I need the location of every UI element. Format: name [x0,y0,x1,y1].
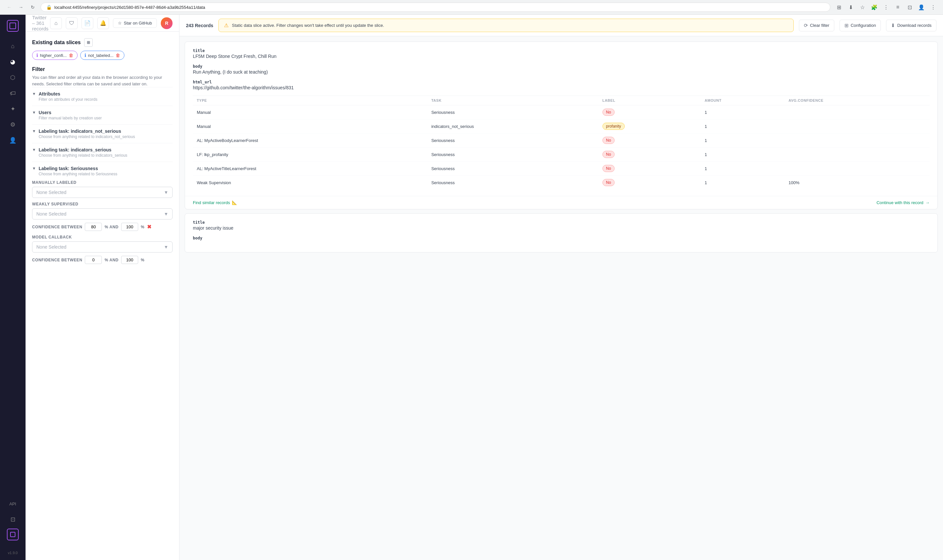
clear-filter-button[interactable]: ⟳ Clear filter [799,20,834,31]
attributes-caret: ▼ [32,92,36,96]
users-section: ▼ Users Filter manual labels by creation… [32,106,173,124]
doc-icon-btn[interactable]: 📄 [82,17,93,29]
col-avg-confidence: AVG.CONFIDENCE [784,96,929,105]
shield-icon-btn[interactable]: 🛡 [66,17,77,29]
row-type: AL: MyActiveTitleLearnerForest [193,162,427,175]
nav-tag[interactable]: 🏷 [6,87,19,100]
back-button[interactable]: ← [5,3,13,11]
nav-cursor[interactable]: ⊡ [6,513,19,526]
slice-delete-icon[interactable]: 🗑 [69,53,73,58]
main-header: 243 Records ⚠ Static data slice active. … [179,15,943,36]
alert-banner: ⚠ Static data slice active. Filter chang… [218,18,793,32]
attributes-sub: Filter on attributes of your records [32,97,173,102]
indicators-serious-header[interactable]: ▼ Labeling task: indicators_serious [32,147,173,152]
field-name-title: title [193,48,929,53]
topbar: Twitter – 361 records ⌂ 🛡 📄 🔔 ☆ Star on … [26,15,179,32]
nav-sparkle[interactable]: ✦ [6,102,19,115]
extensions-icon[interactable]: 🧩 [870,3,879,12]
row-task: Seriousness [427,175,599,190]
nav-user[interactable]: 👤 [6,134,19,147]
indicators-serious-sub: Choose from anything related to indicato… [32,153,173,158]
row-amount: 1 [701,175,784,190]
record-body-1: title LF5M Deep Stone Crypt Fresh, Chill… [185,42,937,196]
confidence-pct-label: % [141,225,144,229]
home-icon-btn[interactable]: ⌂ [50,17,62,29]
find-similar-button-1[interactable]: Find similar records 📐 [193,200,237,205]
manually-labeled-dropdown-wrapper: None Selected ▼ [32,187,173,198]
confidence2-label: CONFIDENCE BETWEEN [32,258,82,262]
table-row: AL: MyActiveBodyLearnerForest Seriousnes… [193,134,929,148]
profile-menu-icon[interactable]: ⋮ [881,3,891,12]
user-avatar[interactable]: 👤 [917,3,926,12]
confidence-from-input[interactable] [85,223,102,231]
filter-title: Filter [32,66,173,72]
field2-name-title: title [193,220,929,225]
download-records-button[interactable]: ⬇ Download records [886,20,937,31]
nav-shapes[interactable]: ⬡ [6,71,19,84]
model-callback-arrow: ▼ [164,245,168,249]
topbar-actions: ⌂ 🛡 📄 🔔 ☆ Star on GitHub R [50,17,173,29]
continue-button-1[interactable]: Continue with this record → [877,200,929,205]
record-card-1: title LF5M Deep Stone Crypt Fresh, Chill… [185,42,938,209]
nav-terminal[interactable]: API [6,497,19,510]
download-icon[interactable]: ⬇ [846,3,855,12]
star-label: Star on GitHub [124,21,152,26]
indicators-serious-label: Labeling task: indicators_serious [39,147,112,152]
slice-chip-label: higher_confi... [40,53,67,58]
attributes-header[interactable]: ▼ Attributes [32,91,173,97]
user-avatar-topbar[interactable]: R [161,17,173,29]
record-footer-1: Find similar records 📐 Continue with thi… [185,196,937,209]
nav-settings[interactable]: ⚙ [6,118,19,131]
manually-labeled-dropdown[interactable]: None Selected ▼ [32,187,173,198]
forward-button[interactable]: → [17,3,25,11]
configuration-button[interactable]: ⊞ Configuration [840,20,881,31]
more-icon[interactable]: ⋮ [929,3,938,12]
bookmark-icon[interactable]: ☆ [858,3,867,12]
weakly-supervised-label: Weakly supervised [32,202,173,206]
row-amount: 1 [701,148,784,162]
col-task: TASK [427,96,599,105]
row-type: AL: MyActiveBodyLearnerForest [193,134,427,148]
translate-icon[interactable]: ⊞ [834,3,843,12]
seriousness-label: Labeling task: Seriousness [39,166,98,171]
topbar-separator: – [32,20,36,26]
nav-square-icon[interactable] [7,529,19,540]
table-row: Weak Supervision Seriousness No 1 100% [193,175,929,190]
confidence-and-label: % AND [105,225,119,229]
manually-labeled-value: None Selected [36,190,66,195]
bell-icon-btn[interactable]: 🔔 [97,17,109,29]
indicators-not-serious-header[interactable]: ▼ Labeling task: indicators_not_serious [32,129,173,134]
star-github-button[interactable]: ☆ Star on GitHub [113,18,157,28]
seriousness-header[interactable]: ▼ Labeling task: Seriousness [32,166,173,171]
slices-layout-toggle[interactable]: ⊞ [84,38,93,47]
weakly-supervised-value: None Selected [36,211,66,217]
existing-slices-section: Existing data slices ⊞ ℹ higher_confi...… [26,32,179,60]
users-sub: Filter manual labels by creation user [32,116,173,120]
table-row: AL: MyActiveTitleLearnerForest Seriousne… [193,162,929,175]
confidence2-to-input[interactable] [121,256,138,264]
row-task: Seriousness [427,162,599,175]
weakly-supervised-dropdown[interactable]: None Selected ▼ [32,208,173,220]
users-header[interactable]: ▼ Users [32,110,173,115]
settings-icon[interactable]: ≡ [893,3,902,12]
slice-delete-icon-blue[interactable]: 🗑 [116,53,120,58]
field-value-body: Run Anything, (I do suck at teaching) [193,69,929,75]
confidence-clear-icon[interactable]: ✖ [147,224,151,230]
slice-chip-not-labeled[interactable]: ℹ not_labeled... 🗑 [80,51,124,60]
lock-icon: 🔒 [46,5,52,10]
indicators-not-serious-caret: ▼ [32,129,36,134]
url-bar[interactable]: 🔒 localhost:4455/refinery/projects/c26d1… [41,3,830,12]
nav-home[interactable]: ⌂ [6,40,19,53]
manually-labeled-label: Manually labeled [32,180,173,185]
confidence-to-input[interactable] [121,223,138,231]
model-callback-dropdown[interactable]: None Selected ▼ [32,242,173,252]
nav-chart[interactable]: ◕ [6,55,19,68]
app-logo[interactable] [7,20,19,32]
row-label: No [599,148,701,162]
confidence2-from-input[interactable] [85,256,102,264]
left-rail: ⌂ ◕ ⬡ 🏷 ✦ ⚙ 👤 API ⊡ v1.9.0 [0,15,26,560]
slice-chip-higher-confi[interactable]: ℹ higher_confi... 🗑 [32,51,77,60]
refresh-button[interactable]: ↻ [29,3,37,11]
fullscreen-icon[interactable]: ⊡ [905,3,914,12]
clear-filter-label: Clear filter [810,23,829,28]
